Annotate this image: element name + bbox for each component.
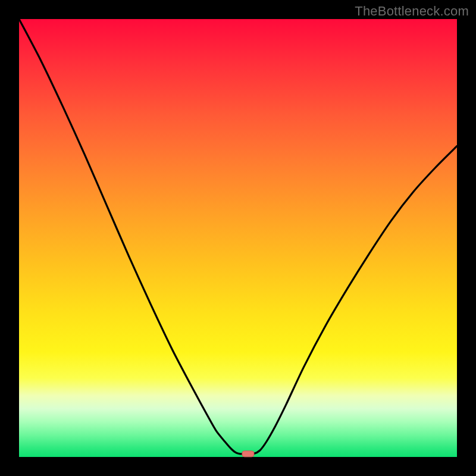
bottleneck-curve xyxy=(19,19,457,454)
watermark-label: TheBottleneck.com xyxy=(355,4,469,18)
curve-svg xyxy=(19,19,457,457)
optimum-marker xyxy=(242,451,254,457)
plot-area xyxy=(19,19,457,457)
watermark: TheBottleneck.com xyxy=(355,4,469,19)
chart-frame: TheBottleneck.com xyxy=(0,0,476,476)
